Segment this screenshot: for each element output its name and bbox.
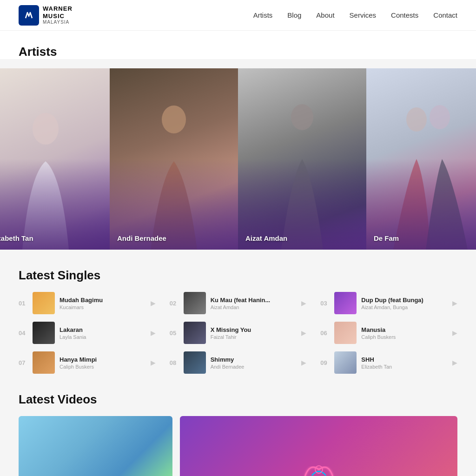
single-artwork (334, 351, 357, 374)
svg-point-3 (291, 104, 313, 130)
videos-title: Latest Videos (19, 392, 457, 407)
single-artwork (334, 322, 357, 344)
single-artwork (33, 292, 55, 314)
videos-grid: AIZAT AMDAN & HANIN DHIYA (19, 416, 457, 476)
single-artwork (184, 322, 206, 344)
play-button[interactable]: ▶ (301, 329, 306, 337)
nav-contact[interactable]: Contact (433, 11, 457, 19)
single-number: 01 (19, 300, 28, 307)
single-item[interactable]: 09 SHH Elizabeth Tan ▶ (320, 351, 457, 374)
logo[interactable]: WARNERMUSIC MALAYSIA (19, 5, 73, 26)
svg-point-1 (33, 113, 59, 145)
single-artist: Andi Bernadee (211, 364, 297, 370)
artist-name: Andi Bernadee (117, 234, 166, 242)
artists-grid: Elizabeth Tan Andi Bernadee Aizat Amdan (0, 68, 476, 250)
artist-name: De Fam (374, 234, 399, 242)
video-thumb[interactable]: AIZAT AMDAN & HANIN DHIYA (19, 416, 172, 476)
nav-blog[interactable]: Blog (287, 11, 301, 19)
single-item[interactable]: 06 Manusia Caliph Buskers ▶ (320, 322, 457, 344)
play-button[interactable]: ▶ (452, 299, 457, 307)
single-info: SHH Elizabeth Tan (361, 356, 448, 370)
logo-text: WARNERMUSIC MALAYSIA (43, 5, 73, 25)
single-artist: Layla Sania (60, 334, 146, 340)
single-artist: Aizat Amdan (211, 304, 297, 310)
singles-title: Latest Singles (19, 268, 457, 283)
single-title: Mudah Bagimu (60, 297, 146, 304)
video-thumb[interactable] (180, 416, 457, 476)
artist-bg: Andi Bernadee (110, 68, 238, 250)
single-number: 03 (320, 300, 330, 307)
nav-about[interactable]: About (316, 11, 334, 19)
single-info: X Missing You Faizal Tahir (211, 326, 297, 340)
play-button[interactable]: ▶ (301, 359, 306, 366)
artist-name: Aizat Amdan (245, 234, 287, 242)
single-artist: Aizat Amdan, Bunga (361, 304, 448, 310)
single-item[interactable]: 03 Dup Dup (feat Bunga) Aizat Amdan, Bun… (320, 292, 457, 314)
play-button[interactable]: ▶ (301, 299, 306, 307)
artist-name: Elizabeth Tan (0, 234, 33, 242)
singles-section: Latest Singles 01 Mudah Bagimu Kucaimars… (0, 250, 476, 388)
single-item[interactable]: 02 Ku Mau (feat Hanin... Aizat Amdan ▶ (170, 292, 307, 314)
single-item[interactable]: 01 Mudah Bagimu Kucaimars ▶ (19, 292, 156, 314)
single-artist: Caliph Buskers (60, 364, 146, 370)
single-artist: Caliph Buskers (361, 334, 448, 340)
artist-bg: Aizat Amdan (238, 68, 366, 250)
svg-point-2 (162, 106, 186, 133)
singles-grid: 01 Mudah Bagimu Kucaimars ▶ 02 Ku Mau (f… (19, 292, 457, 374)
single-title: Manusia (361, 326, 448, 333)
artist-card[interactable]: Aizat Amdan (238, 68, 366, 250)
single-item[interactable]: 05 X Missing You Faizal Tahir ▶ (170, 322, 307, 344)
single-title: Dup Dup (feat Bunga) (361, 297, 448, 304)
brand-name: WARNERMUSIC (43, 5, 73, 20)
artists-title: Artists (19, 45, 457, 59)
single-info: Hanya Mimpi Caliph Buskers (60, 356, 146, 370)
artist-bg: Elizabeth Tan (0, 68, 110, 250)
single-artwork (184, 351, 206, 374)
single-artwork (334, 292, 357, 314)
single-number: 04 (19, 330, 28, 337)
single-number: 02 (170, 300, 179, 307)
single-title: X Missing You (211, 326, 297, 333)
nav-services[interactable]: Services (350, 11, 377, 19)
videos-section: Latest Videos AIZAT AMDAN & HANIN DHIYA (0, 388, 476, 476)
single-title: Lakaran (60, 326, 146, 333)
artist-card[interactable]: Andi Bernadee (110, 68, 238, 250)
single-number: 05 (170, 330, 179, 337)
nav-artists[interactable]: Artists (253, 11, 273, 19)
site-header: WARNERMUSIC MALAYSIA Artists Blog About … (0, 0, 476, 31)
single-artwork (33, 322, 55, 344)
main-nav: Artists Blog About Services Contests Con… (253, 11, 457, 19)
nav-contests[interactable]: Contests (391, 11, 418, 19)
single-number: 06 (320, 330, 330, 337)
single-info: Mudah Bagimu Kucaimars (60, 297, 146, 310)
play-button[interactable]: ▶ (452, 359, 457, 366)
single-title: Ku Mau (feat Hanin... (211, 297, 297, 304)
single-artist: Elizabeth Tan (361, 364, 448, 370)
artist-bg: De Fam (366, 68, 476, 250)
brand-sub: MALAYSIA (43, 20, 73, 25)
play-button[interactable]: ▶ (151, 359, 156, 366)
single-info: Shimmy Andi Bernadee (211, 356, 297, 370)
single-artwork (33, 351, 55, 374)
single-artist: Kucaimars (60, 304, 146, 310)
svg-point-5 (430, 105, 450, 129)
single-item[interactable]: 04 Lakaran Layla Sania ▶ (19, 322, 156, 344)
single-title: Shimmy (211, 356, 297, 363)
play-button[interactable]: ▶ (151, 329, 156, 337)
play-button[interactable]: ▶ (151, 299, 156, 307)
artist-card[interactable]: Elizabeth Tan (0, 68, 110, 250)
single-artist: Faizal Tahir (211, 334, 297, 340)
svg-point-4 (406, 107, 427, 132)
single-number: 09 (320, 359, 330, 366)
single-title: Hanya Mimpi (60, 356, 146, 363)
single-title: SHH (361, 356, 448, 363)
video-neon-graphic (300, 458, 337, 476)
single-artwork (184, 292, 206, 314)
single-item[interactable]: 07 Hanya Mimpi Caliph Buskers ▶ (19, 351, 156, 374)
artist-card[interactable]: De Fam (366, 68, 476, 250)
single-info: Manusia Caliph Buskers (361, 326, 448, 340)
play-button[interactable]: ▶ (452, 329, 457, 337)
single-number: 08 (170, 359, 179, 366)
single-number: 07 (19, 359, 28, 366)
single-item[interactable]: 08 Shimmy Andi Bernadee ▶ (170, 351, 307, 374)
